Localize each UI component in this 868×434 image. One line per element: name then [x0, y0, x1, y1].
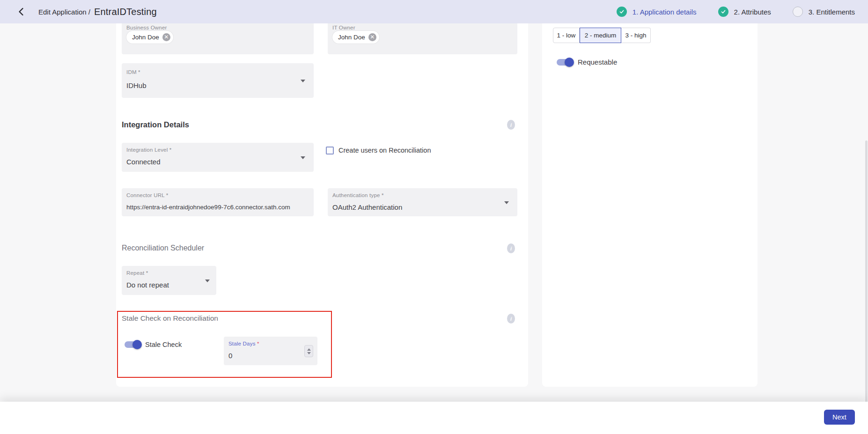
step-entitlements[interactable]: 3. Entitlements — [793, 7, 855, 17]
field-label: Integration Level * — [126, 147, 172, 153]
create-users-checkbox[interactable] — [326, 147, 334, 154]
scrollbar-track[interactable] — [865, 23, 868, 434]
number-stepper[interactable] — [304, 345, 313, 357]
stepper-up-icon[interactable] — [307, 348, 311, 351]
breadcrumb-prefix: Edit Application / — [38, 8, 90, 16]
dropdown-caret-icon — [504, 201, 509, 204]
field-value: Connected — [126, 158, 161, 166]
field-label: Stale Days * — [228, 341, 259, 346]
edit-application-page: Edit Application / EntraIDTesting 1. App… — [0, 0, 868, 434]
stepper: 1. Application details 2. Attributes 3. … — [617, 0, 855, 23]
connector-url-input[interactable]: Connector URL * https://entra-id-entraid… — [122, 188, 314, 216]
check-circle-icon — [718, 7, 728, 17]
chevron-left-icon — [17, 7, 25, 16]
stale-check-toggle-label: Stale Check — [145, 341, 182, 348]
next-button[interactable]: Next — [824, 410, 855, 425]
top-bar: Edit Application / EntraIDTesting 1. App… — [0, 0, 868, 23]
chip-label: John Doe — [132, 34, 159, 41]
risk-panel-card: 1 - low 2 - medium 3 - high Requestable — [542, 23, 758, 387]
field-label: IT Owner — [332, 25, 355, 30]
info-icon[interactable]: i — [507, 314, 515, 324]
step-label: 2. Attributes — [734, 8, 771, 16]
create-users-checkbox-label: Create users on Reconciliation — [338, 147, 431, 154]
chip-label: John Doe — [338, 34, 365, 41]
step-application-details[interactable]: 1. Application details — [617, 7, 697, 17]
field-value: OAuth2 Authentication — [332, 203, 402, 211]
it-owner-chip[interactable]: John Doe ✕ — [332, 31, 379, 44]
scrollbar-thumb[interactable] — [865, 140, 868, 403]
info-icon[interactable]: i — [507, 243, 515, 253]
chip-remove-icon[interactable]: ✕ — [162, 33, 170, 41]
field-value: IDHub — [126, 81, 147, 89]
step-attributes[interactable]: 2. Attributes — [718, 7, 771, 17]
dropdown-caret-icon — [205, 280, 210, 282]
repeat-select[interactable]: Repeat * Do not repeat — [122, 266, 216, 295]
requestable-toggle-label: Requestable — [578, 58, 617, 66]
step-label: 1. Application details — [633, 8, 697, 16]
dropdown-caret-icon — [301, 80, 305, 82]
toggle-thumb — [132, 340, 142, 349]
info-icon[interactable]: i — [507, 120, 515, 130]
it-owner-field[interactable]: IT Owner John Doe ✕ — [328, 23, 517, 54]
application-details-card: Business Owner John Doe ✕ IT Owner John … — [116, 23, 528, 387]
risk-medium-button[interactable]: 2 - medium — [580, 28, 621, 43]
field-label: Business Owner — [126, 25, 167, 30]
step-label: 3. Entitlements — [809, 8, 855, 16]
risk-high-button[interactable]: 3 - high — [621, 28, 651, 43]
business-owner-field[interactable]: Business Owner John Doe ✕ — [122, 23, 314, 54]
section-title-stale-check: Stale Check on Reconciliation — [122, 314, 218, 323]
dropdown-caret-icon — [301, 156, 305, 159]
breadcrumb: Edit Application / EntraIDTesting — [38, 0, 157, 23]
back-button[interactable] — [14, 5, 28, 19]
authentication-type-select[interactable]: Authentication type * OAuth2 Authenticat… — [328, 188, 517, 216]
section-title-reconciliation-scheduler: Reconciliation Scheduler — [122, 244, 204, 252]
footer-bar: Next — [0, 402, 868, 434]
field-label: IDM * — [126, 69, 140, 75]
section-title-integration-details: Integration Details — [122, 120, 189, 129]
stale-days-input[interactable]: Stale Days * 0 — [224, 337, 317, 365]
risk-level-button-group: 1 - low 2 - medium 3 - high — [553, 28, 651, 43]
field-value: Do not repeat — [126, 281, 169, 289]
integration-level-select[interactable]: Integration Level * Connected — [122, 143, 314, 172]
check-circle-icon — [617, 7, 627, 17]
idm-select[interactable]: IDM * IDHub — [122, 63, 314, 98]
stale-check-toggle[interactable] — [123, 340, 142, 349]
risk-low-button[interactable]: 1 - low — [553, 28, 580, 43]
field-value: 0 — [228, 352, 232, 360]
chip-remove-icon[interactable]: ✕ — [368, 33, 376, 41]
business-owner-chip[interactable]: John Doe ✕ — [126, 31, 173, 44]
field-value: https://entra-id-entraidjohnedoe99-7c6.c… — [126, 204, 290, 211]
requestable-toggle[interactable] — [555, 58, 574, 67]
page-title: EntraIDTesting — [94, 7, 157, 17]
field-label: Authentication type * — [332, 192, 384, 198]
field-label: Connector URL * — [126, 192, 169, 198]
stepper-down-icon[interactable] — [307, 352, 311, 354]
toggle-thumb — [565, 58, 574, 67]
empty-circle-icon — [793, 7, 803, 17]
field-label: Repeat * — [126, 270, 148, 276]
